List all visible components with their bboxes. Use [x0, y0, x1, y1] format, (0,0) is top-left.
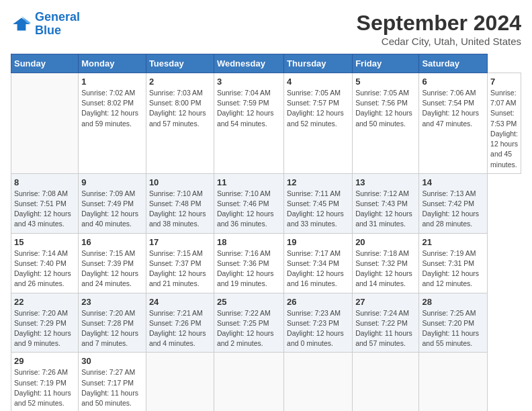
logo-text: General Blue: [35, 11, 80, 38]
calendar-day-cell: 5 Sunrise: 7:05 AMSunset: 7:56 PMDayligh…: [353, 73, 419, 174]
day-number: 23: [81, 297, 143, 307]
day-number: 25: [217, 297, 281, 307]
day-info: Sunrise: 7:03 AMSunset: 8:00 PMDaylight:…: [149, 88, 211, 129]
day-number: 3: [217, 77, 281, 87]
day-info: Sunrise: 7:18 AMSunset: 7:32 PMDaylight:…: [355, 248, 416, 289]
calendar-day-cell: 9 Sunrise: 7:09 AMSunset: 7:49 PMDayligh…: [79, 173, 146, 233]
calendar-day-cell: 27 Sunrise: 7:24 AMSunset: 7:22 PMDaylig…: [353, 293, 419, 353]
calendar-week-row: 22 Sunrise: 7:20 AMSunset: 7:29 PMDaylig…: [11, 293, 521, 353]
day-info: Sunrise: 7:14 AMSunset: 7:40 PMDaylight:…: [14, 248, 75, 289]
calendar-day-cell: 6 Sunrise: 7:06 AMSunset: 7:54 PMDayligh…: [419, 73, 488, 174]
page-subtitle: Cedar City, Utah, United States: [357, 36, 521, 47]
page-title: September 2024: [357, 11, 521, 36]
day-number: 30: [81, 356, 143, 366]
day-number: 24: [149, 297, 211, 307]
column-header-tuesday: Tuesday: [146, 54, 214, 73]
calendar-week-row: 1 Sunrise: 7:02 AMSunset: 8:02 PMDayligh…: [11, 73, 521, 174]
calendar-header-row: SundayMondayTuesdayWednesdayThursdayFrid…: [11, 54, 521, 73]
day-number: 6: [422, 77, 484, 87]
calendar-week-row: 29 Sunrise: 7:26 AMSunset: 7:19 PMDaylig…: [11, 353, 521, 411]
day-info: Sunrise: 7:19 AMSunset: 7:31 PMDaylight:…: [422, 248, 484, 289]
calendar-day-cell: 18 Sunrise: 7:16 AMSunset: 7:36 PMDaylig…: [214, 233, 283, 293]
svg-marker-0: [13, 17, 30, 30]
calendar-day-cell: 4 Sunrise: 7:05 AMSunset: 7:57 PMDayligh…: [284, 73, 353, 174]
calendar-table: SundayMondayTuesdayWednesdayThursdayFrid…: [11, 54, 521, 411]
day-number: 11: [217, 177, 281, 187]
day-info: Sunrise: 7:23 AMSunset: 7:23 PMDaylight:…: [287, 308, 349, 349]
day-number: 20: [355, 237, 416, 247]
day-number: 29: [14, 356, 75, 366]
day-info: Sunrise: 7:24 AMSunset: 7:22 PMDaylight:…: [355, 308, 416, 349]
day-number: 19: [287, 237, 349, 247]
day-info: Sunrise: 7:11 AMSunset: 7:45 PMDaylight:…: [287, 189, 349, 230]
day-number: 16: [81, 237, 143, 247]
day-number: 2: [149, 77, 211, 87]
day-number: 18: [217, 237, 281, 247]
calendar-day-cell: 20 Sunrise: 7:18 AMSunset: 7:32 PMDaylig…: [353, 233, 419, 293]
day-number: 12: [287, 177, 349, 187]
day-number: 17: [149, 237, 211, 247]
calendar-week-row: 15 Sunrise: 7:14 AMSunset: 7:40 PMDaylig…: [11, 233, 521, 293]
calendar-day-cell: 19 Sunrise: 7:17 AMSunset: 7:34 PMDaylig…: [284, 233, 353, 293]
day-info: Sunrise: 7:06 AMSunset: 7:54 PMDaylight:…: [422, 88, 484, 129]
calendar-day-cell: 26 Sunrise: 7:23 AMSunset: 7:23 PMDaylig…: [284, 293, 353, 353]
day-info: Sunrise: 7:25 AMSunset: 7:20 PMDaylight:…: [422, 308, 484, 349]
day-info: Sunrise: 7:15 AMSunset: 7:37 PMDaylight:…: [149, 248, 211, 289]
calendar-day-cell: 23 Sunrise: 7:20 AMSunset: 7:28 PMDaylig…: [79, 293, 146, 353]
empty-cell: [11, 73, 79, 174]
calendar-day-cell: [419, 353, 488, 411]
day-info: Sunrise: 7:27 AMSunset: 7:17 PMDaylight:…: [81, 367, 143, 408]
day-number: 14: [422, 177, 484, 187]
column-header-sunday: Sunday: [11, 54, 79, 73]
calendar-day-cell: 11 Sunrise: 7:10 AMSunset: 7:46 PMDaylig…: [214, 173, 283, 233]
calendar-day-cell: 16 Sunrise: 7:15 AMSunset: 7:39 PMDaylig…: [79, 233, 146, 293]
column-header-friday: Friday: [353, 54, 419, 73]
day-number: 13: [355, 177, 416, 187]
day-info: Sunrise: 7:07 AMSunset: 7:53 PMDaylight:…: [490, 88, 518, 170]
day-number: 22: [14, 297, 75, 307]
day-number: 26: [287, 297, 349, 307]
column-header-monday: Monday: [79, 54, 146, 73]
calendar-day-cell: 21 Sunrise: 7:19 AMSunset: 7:31 PMDaylig…: [419, 233, 488, 293]
day-info: Sunrise: 7:16 AMSunset: 7:36 PMDaylight:…: [217, 248, 281, 289]
day-info: Sunrise: 7:10 AMSunset: 7:46 PMDaylight:…: [217, 189, 281, 230]
calendar-day-cell: 2 Sunrise: 7:03 AMSunset: 8:00 PMDayligh…: [146, 73, 214, 174]
day-info: Sunrise: 7:21 AMSunset: 7:26 PMDaylight:…: [149, 308, 211, 349]
calendar-day-cell: 30 Sunrise: 7:27 AMSunset: 7:17 PMDaylig…: [79, 353, 146, 411]
day-number: 21: [422, 237, 484, 247]
day-number: 7: [490, 77, 518, 87]
day-info: Sunrise: 7:12 AMSunset: 7:43 PMDaylight:…: [355, 189, 416, 230]
day-number: 8: [14, 177, 75, 187]
day-info: Sunrise: 7:05 AMSunset: 7:56 PMDaylight:…: [355, 88, 416, 129]
day-info: Sunrise: 7:10 AMSunset: 7:48 PMDaylight:…: [149, 189, 211, 230]
day-info: Sunrise: 7:05 AMSunset: 7:57 PMDaylight:…: [287, 88, 349, 129]
calendar-day-cell: 17 Sunrise: 7:15 AMSunset: 7:37 PMDaylig…: [146, 233, 214, 293]
logo-icon: [11, 13, 32, 35]
day-number: 15: [14, 237, 75, 247]
day-info: Sunrise: 7:26 AMSunset: 7:19 PMDaylight:…: [14, 367, 75, 408]
calendar-day-cell: 3 Sunrise: 7:04 AMSunset: 7:59 PMDayligh…: [214, 73, 283, 174]
day-number: 27: [355, 297, 416, 307]
calendar-day-cell: 28 Sunrise: 7:25 AMSunset: 7:20 PMDaylig…: [419, 293, 488, 353]
day-number: 10: [149, 177, 211, 187]
day-number: 5: [355, 77, 416, 87]
calendar-day-cell: [214, 353, 283, 411]
day-info: Sunrise: 7:20 AMSunset: 7:28 PMDaylight:…: [81, 308, 143, 349]
calendar-week-row: 8 Sunrise: 7:08 AMSunset: 7:51 PMDayligh…: [11, 173, 521, 233]
calendar-day-cell: [284, 353, 353, 411]
day-info: Sunrise: 7:22 AMSunset: 7:25 PMDaylight:…: [217, 308, 281, 349]
day-number: 28: [422, 297, 484, 307]
day-number: 9: [81, 177, 143, 187]
calendar-day-cell: 7 Sunrise: 7:07 AMSunset: 7:53 PMDayligh…: [488, 73, 521, 174]
column-header-wednesday: Wednesday: [214, 54, 283, 73]
calendar-day-cell: 13 Sunrise: 7:12 AMSunset: 7:43 PMDaylig…: [353, 173, 419, 233]
logo: General Blue: [11, 11, 80, 38]
day-number: 1: [81, 77, 143, 87]
calendar-day-cell: [146, 353, 214, 411]
calendar-day-cell: 15 Sunrise: 7:14 AMSunset: 7:40 PMDaylig…: [11, 233, 79, 293]
calendar-day-cell: 1 Sunrise: 7:02 AMSunset: 8:02 PMDayligh…: [79, 73, 146, 174]
calendar-day-cell: 22 Sunrise: 7:20 AMSunset: 7:29 PMDaylig…: [11, 293, 79, 353]
calendar-day-cell: 12 Sunrise: 7:11 AMSunset: 7:45 PMDaylig…: [284, 173, 353, 233]
calendar-day-cell: 8 Sunrise: 7:08 AMSunset: 7:51 PMDayligh…: [11, 173, 79, 233]
calendar-day-cell: 14 Sunrise: 7:13 AMSunset: 7:42 PMDaylig…: [419, 173, 488, 233]
